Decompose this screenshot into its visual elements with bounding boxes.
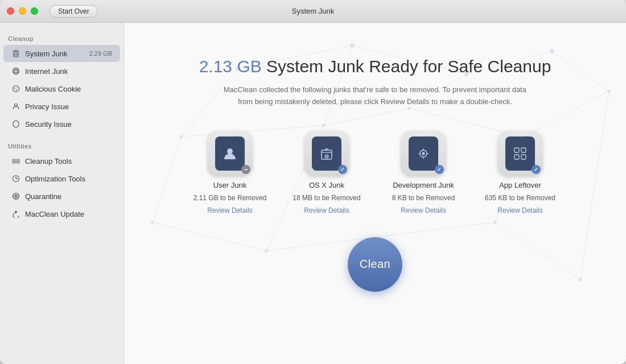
svg-point-12 (17, 87, 17, 88)
macclean-update-label: MacClean Update (25, 210, 112, 218)
internet-junk-label: Internet Junk (25, 67, 112, 76)
dev-junk-size: 8 KB to be Removed (392, 194, 455, 202)
dev-junk-badge (435, 165, 444, 174)
traffic-lights (7, 7, 38, 15)
sidebar: Cleanup System Junk 2.29 GB (0, 23, 124, 364)
sidebar-item-privacy-issue[interactable]: Privacy Issue (3, 98, 120, 115)
user-junk-review-link[interactable]: Review Details (207, 206, 252, 214)
svg-point-9 (13, 86, 19, 92)
security-issue-label: Security Issue (25, 120, 112, 129)
dev-junk-icon (409, 136, 438, 171)
app-leftover-icon (505, 136, 535, 171)
cards-row: User Junk 2.11 GB to be Removed Review D… (190, 131, 560, 214)
user-junk-icon (215, 136, 245, 171)
user-junk-title: User Junk (213, 181, 247, 189)
sidebar-item-macclean-update[interactable]: MacClean Update (3, 205, 120, 222)
svg-rect-17 (17, 162, 19, 163)
svg-rect-73 (521, 155, 526, 159)
svg-rect-14 (13, 159, 15, 161)
title-bar: Start Over System Junk (0, 0, 626, 23)
svg-rect-72 (514, 155, 519, 159)
minimize-button[interactable] (19, 7, 26, 15)
svg-point-69 (422, 152, 425, 155)
svg-point-11 (16, 89, 17, 90)
app-leftover-review-link[interactable]: Review Details (497, 206, 542, 214)
sidebar-cleanup-label: Cleanup (0, 31, 123, 44)
svg-rect-15 (13, 162, 15, 163)
dev-junk-review-link[interactable]: Review Details (401, 206, 446, 214)
privacy-issue-label: Privacy Issue (25, 102, 112, 111)
sidebar-item-internet-junk[interactable]: Internet Junk (3, 63, 120, 80)
svg-point-6 (15, 68, 18, 75)
sidebar-item-cleanup-tools[interactable]: Cleanup Tools (3, 152, 120, 169)
osx-junk-review-link[interactable]: Review Details (304, 206, 349, 214)
main-heading: 2.13 GB System Junk Ready for Safe Clean… (199, 57, 551, 76)
privacy-icon (11, 102, 20, 111)
app-leftover-size: 635 KB to be Removed (485, 194, 555, 202)
sidebar-utilities-label: Utilities (0, 138, 123, 152)
sidebar-item-system-junk[interactable]: System Junk 2.29 GB (3, 45, 120, 62)
update-icon (11, 209, 20, 218)
user-junk-size: 2.11 GB to be Removed (193, 194, 267, 202)
maximize-button[interactable] (31, 7, 38, 15)
app-leftover-title: App Leftover (499, 181, 541, 189)
sidebar-item-quarantine[interactable]: Quarantine (3, 188, 120, 205)
app-window: Start Over System Junk Cleanup System Ju… (0, 0, 626, 364)
trash-icon (11, 49, 20, 58)
main-layout: Cleanup System Junk 2.29 GB (0, 23, 626, 364)
svg-rect-0 (14, 52, 18, 57)
content-area: 2.13 GB System Junk Ready for Safe Clean… (124, 23, 626, 364)
security-icon (11, 119, 20, 129)
cleanup-tools-icon (11, 156, 20, 166)
close-button[interactable] (7, 7, 14, 15)
optimization-icon (11, 174, 20, 183)
osx-junk-size: 18 MB to be Removed (293, 194, 360, 202)
clean-button[interactable]: Clean (348, 237, 402, 292)
system-junk-label: System Junk (25, 49, 85, 58)
sub-text: MacClean collected the following junks t… (216, 84, 534, 108)
card-development-junk: Development Junk 8 KB to be Removed Revi… (384, 131, 463, 214)
window-title: System Junk (292, 7, 334, 15)
card-user-junk: User Junk 2.11 GB to be Removed Review D… (190, 131, 270, 214)
card-app-leftover: App Leftover 635 KB to be Removed Review… (480, 131, 560, 214)
sidebar-item-security-issue[interactable]: Security Issue (3, 115, 120, 133)
sidebar-item-optimization-tools[interactable]: Optimization Tools (3, 170, 120, 187)
malicious-cookie-label: Malicious Cookie (25, 85, 112, 93)
svg-point-5 (13, 68, 19, 75)
cookie-icon (11, 84, 20, 93)
app-leftover-icon-wrapper (497, 131, 543, 176)
svg-point-57 (227, 148, 233, 154)
quarantine-icon (11, 192, 20, 201)
card-osx-junk: OS X Junk 18 MB to be Removed Review Det… (287, 131, 366, 214)
optimization-tools-label: Optimization Tools (25, 175, 112, 183)
svg-rect-70 (514, 148, 519, 152)
dev-junk-title: Development Junk (393, 181, 454, 189)
internet-icon (11, 67, 20, 76)
osx-junk-icon-wrapper (304, 131, 349, 176)
osx-junk-title: OS X Junk (309, 181, 344, 189)
heading-highlight: 2.13 GB (199, 57, 262, 76)
cleanup-tools-label: Cleanup Tools (25, 157, 112, 166)
svg-point-10 (14, 88, 15, 89)
osx-junk-icon (312, 136, 341, 171)
svg-rect-71 (521, 148, 526, 152)
dev-junk-icon-wrapper (401, 131, 446, 176)
quarantine-label: Quarantine (25, 192, 112, 201)
osx-junk-badge (338, 165, 347, 174)
app-leftover-badge (532, 165, 541, 174)
svg-rect-16 (17, 159, 19, 161)
system-junk-badge: 2.29 GB (89, 50, 112, 57)
user-junk-badge (241, 165, 250, 174)
user-junk-icon-wrapper (207, 131, 253, 176)
heading-rest: System Junk Ready for Safe Cleanup (262, 57, 551, 76)
start-over-button[interactable]: Start Over (50, 5, 98, 18)
content-inner: 2.13 GB System Junk Ready for Safe Clean… (124, 23, 626, 292)
sidebar-item-malicious-cookie[interactable]: Malicious Cookie (3, 80, 120, 97)
